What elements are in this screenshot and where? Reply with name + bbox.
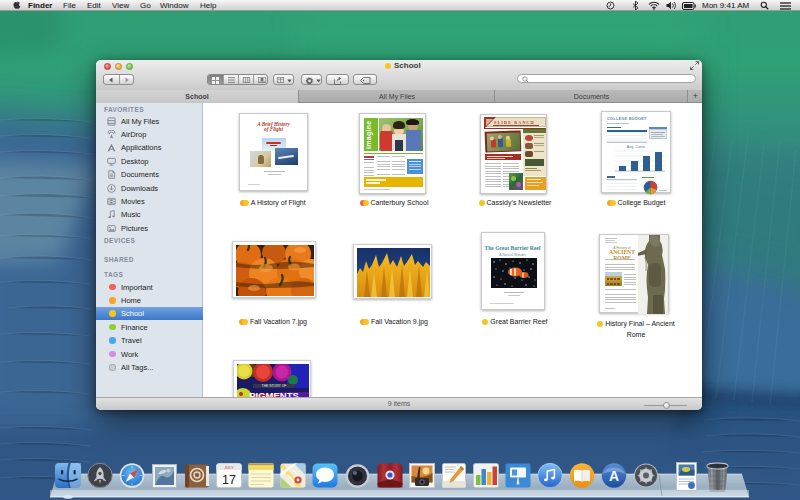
svg-text:17: 17: [222, 473, 236, 487]
svg-text:THE STORY OF: THE STORY OF: [262, 384, 287, 388]
svg-text:JULY: JULY: [224, 465, 234, 470]
svg-text:PIGMENTS: PIGMENTS: [249, 389, 299, 397]
svg-text:A: A: [609, 468, 619, 484]
